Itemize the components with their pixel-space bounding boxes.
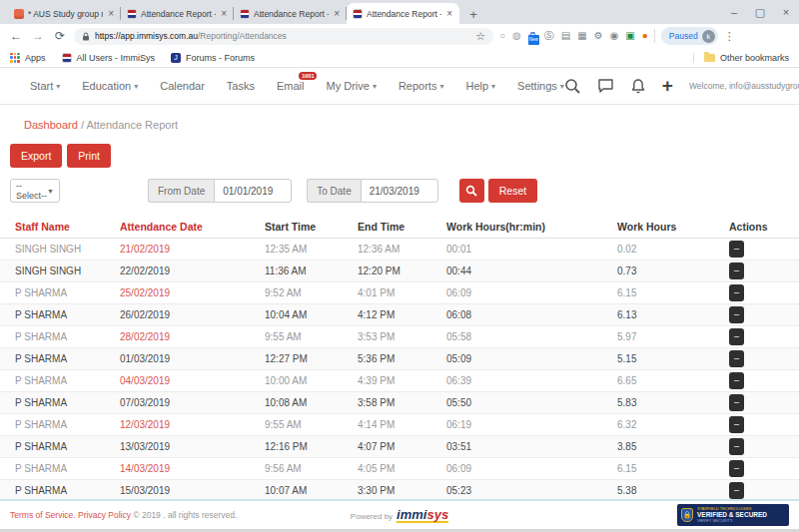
new-tab-button[interactable]: + xyxy=(463,4,483,24)
bookmark-item[interactable]: Apps xyxy=(10,53,46,63)
row-action-button[interactable]: – xyxy=(729,241,744,258)
start-time-cell: 11:36 AM xyxy=(265,266,358,276)
url-omnibox[interactable]: https://app.immisys.com.au/Reporting/Att… xyxy=(74,28,493,45)
work-hours-hrmin-cell: 05:09 xyxy=(446,353,617,364)
end-time-cell: 4:14 PM xyxy=(358,419,446,430)
extension-s-icon[interactable]: Ⓢ xyxy=(544,31,554,41)
attendance-date-cell: 07/03/2019 xyxy=(120,397,265,408)
extension-circle-icon[interactable]: ○ xyxy=(499,31,505,41)
chevron-down-icon: ▾ xyxy=(134,82,138,91)
extension-orange-dot-icon[interactable]: ● xyxy=(642,31,648,41)
row-action-button[interactable]: – xyxy=(729,284,744,301)
welcome-label: Welcome, info@ausstudygroup.com.au xyxy=(689,81,799,91)
browser-tab[interactable]: Attendance Report - ImmiSys× xyxy=(121,3,234,24)
search-icon[interactable] xyxy=(564,78,581,95)
bookmark-star-icon[interactable]: ☆ xyxy=(475,30,485,43)
immisys-favicon-icon xyxy=(240,9,250,19)
apps-grid-icon xyxy=(10,53,20,63)
row-action-button[interactable]: – xyxy=(729,460,744,477)
other-bookmarks-button[interactable]: Other bookmarks xyxy=(693,53,789,63)
attendance-date-cell: 12/03/2019 xyxy=(120,419,265,430)
menu-item-tasks[interactable]: Tasks xyxy=(227,80,255,92)
menu-item-my-drive[interactable]: My Drive▾ xyxy=(326,80,376,92)
staff-select-dropdown[interactable]: --Select-- ▼ xyxy=(10,179,60,203)
forward-icon[interactable]: → xyxy=(30,29,46,43)
verified-secured-badge[interactable]: 🔒 STARFIELD TECHNOLOGIES VERIFIED & SECU… xyxy=(677,504,789,526)
menu-item-start[interactable]: Start▾ xyxy=(30,80,60,92)
breadcrumb-separator: / xyxy=(81,119,84,131)
row-action-button[interactable]: – xyxy=(729,482,744,499)
extension-anchor-icon[interactable]: ◍ xyxy=(512,31,521,41)
maximize-button[interactable]: ▢ xyxy=(747,1,773,23)
export-button[interactable]: Export xyxy=(10,144,62,168)
sync-paused-label: Paused xyxy=(669,31,698,41)
reset-button[interactable]: Reset xyxy=(488,179,537,203)
row-action-button[interactable]: – xyxy=(729,438,744,455)
browser-tab[interactable]: Attendance Report - ImmiSys× xyxy=(234,3,347,24)
menu-item-email[interactable]: Email1001 xyxy=(277,80,305,92)
minimize-button[interactable]: – xyxy=(721,1,747,23)
print-button[interactable]: Print xyxy=(67,144,111,168)
close-tab-icon[interactable]: × xyxy=(107,8,115,19)
browser-tab[interactable]: Attendance Report - ImmiSys× xyxy=(347,3,459,24)
row-action-button[interactable]: – xyxy=(729,263,744,279)
menu-item-calendar[interactable]: Calendar xyxy=(160,80,205,92)
close-tab-icon[interactable]: × xyxy=(445,8,453,19)
add-plus-icon[interactable]: + xyxy=(662,79,673,93)
actions-cell: – xyxy=(729,350,799,367)
staff-name-cell: P SHARMA xyxy=(15,463,120,474)
row-action-button[interactable]: – xyxy=(729,328,744,345)
extension-gear-icon[interactable]: ⚙ xyxy=(594,31,603,41)
menu-item-help[interactable]: Help▾ xyxy=(465,80,495,92)
breadcrumb-dashboard-link[interactable]: Dashboard xyxy=(24,119,78,131)
start-time-cell: 10:07 AM xyxy=(265,485,358,496)
tab-title: Attendance Report - ImmiSys xyxy=(254,9,329,19)
bookmark-item[interactable]: JForums - Forums xyxy=(171,53,255,63)
staff-name-cell: SINGH SINGH xyxy=(15,244,120,255)
extension-green-box-icon[interactable]: ▣ xyxy=(625,31,634,41)
breadcrumb-current: Attendance Report xyxy=(86,119,178,131)
attendance-date-cell: 25/02/2019 xyxy=(120,287,265,298)
close-tab-icon[interactable]: × xyxy=(333,8,341,19)
back-icon[interactable]: ← xyxy=(8,29,24,43)
start-time-cell: 10:08 AM xyxy=(265,397,358,408)
privacy-policy-link[interactable]: Privacy Policy xyxy=(78,510,131,520)
immisys-favicon-icon xyxy=(127,9,137,19)
extension-recycle-icon[interactable]: ♻New xyxy=(528,31,537,41)
row-action-button[interactable]: – xyxy=(729,394,744,411)
shield-lock-icon: 🔒 xyxy=(681,508,693,522)
chat-icon[interactable] xyxy=(597,78,614,94)
actions-cell: – xyxy=(729,328,799,345)
browser-menu-icon[interactable]: ⋮ xyxy=(724,30,735,43)
row-action-button[interactable]: – xyxy=(729,416,744,433)
menu-item-education[interactable]: Education▾ xyxy=(82,80,138,92)
row-action-button[interactable]: – xyxy=(729,350,744,367)
tab-strip: * AUS Study group reporting tha×Attendan… xyxy=(0,0,799,24)
attendance-date-cell: 21/02/2019 xyxy=(120,244,265,255)
menu-item-settings[interactable]: Settings▾ xyxy=(517,80,564,92)
to-date-input[interactable] xyxy=(361,179,438,203)
browser-tab[interactable]: * AUS Study group reporting tha× xyxy=(8,3,121,24)
url-origin: https://app.immisys.com.au xyxy=(95,31,198,41)
terms-of-service-link[interactable]: Terms of Service. xyxy=(10,510,76,520)
extension-grid-icon[interactable]: ▦ xyxy=(577,31,586,41)
profile-chip[interactable]: Paused k xyxy=(661,27,718,45)
attendance-date-cell: 26/02/2019 xyxy=(120,309,265,320)
row-action-button[interactable]: – xyxy=(729,372,744,389)
row-action-button[interactable]: – xyxy=(729,306,744,323)
bookmark-item[interactable]: All Users - ImmiSys xyxy=(62,53,156,63)
work-hours-hrmin-cell: 05:23 xyxy=(446,485,617,496)
notifications-bell-icon[interactable] xyxy=(630,78,646,95)
extension-camera-icon[interactable]: ◉ xyxy=(610,31,619,41)
table-row: P SHARMA26/02/201910:04 AM4:12 PM06:086.… xyxy=(0,304,799,326)
reload-icon[interactable]: ⟳ xyxy=(52,29,68,43)
column-header: Work Hours xyxy=(617,221,729,233)
search-button[interactable] xyxy=(459,179,484,203)
extension-page-icon[interactable]: ▤ xyxy=(561,31,570,41)
from-date-input[interactable] xyxy=(214,179,292,203)
menu-item-reports[interactable]: Reports▾ xyxy=(399,80,444,92)
welcome-user-menu[interactable]: Welcome, info@ausstudygroup.com.au ▾ xyxy=(689,81,799,91)
close-tab-icon[interactable]: × xyxy=(220,8,228,19)
actions-cell: – xyxy=(729,394,799,411)
close-window-button[interactable]: × xyxy=(773,1,799,23)
